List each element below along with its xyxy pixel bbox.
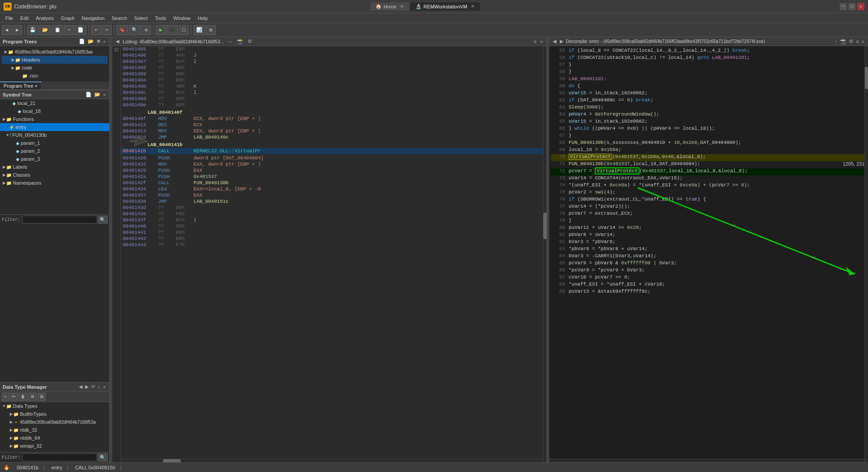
ptree-code[interactable]: ▶ 📁 code <box>2 64 108 72</box>
dtm-delete[interactable]: 🗑 <box>19 393 27 401</box>
tb-paste[interactable]: 📄 <box>75 25 86 35</box>
dtm-filter-btn[interactable]: 🔍 <box>98 453 108 461</box>
dtm-add[interactable]: + <box>2 393 9 401</box>
tb-save[interactable]: 💾 <box>27 25 39 35</box>
pt-close-btn[interactable]: × <box>102 39 107 44</box>
menu-help[interactable]: Help <box>194 15 211 22</box>
tb-forward[interactable]: ▶ <box>12 25 22 35</box>
menu-select[interactable]: Select <box>131 15 151 22</box>
st-close-btn[interactable]: × <box>102 92 107 97</box>
ptree-rsrc[interactable]: 📁 .rsrc <box>2 72 108 80</box>
dtm-settings[interactable]: ⚙ <box>28 393 37 401</box>
st-classes[interactable]: ▶ 📁 Classes <box>0 171 109 179</box>
st-param2[interactable]: ◆ param_2 <box>0 147 109 155</box>
symbol-tree-filter-input[interactable] <box>22 216 97 224</box>
st-labels[interactable]: ▶ 📁 Labels <box>0 163 109 171</box>
listing-menu[interactable]: ≡ <box>533 39 537 44</box>
pt-delete-btn[interactable]: ✖ <box>96 39 101 44</box>
listing-hscrollbar-thumb[interactable] <box>163 459 181 462</box>
listing-prev[interactable]: ◀ <box>115 39 120 44</box>
tab-program-tree[interactable]: Program Tree × <box>0 81 42 89</box>
decompile-content[interactable]: 55 if (local_8 == CONCAT22(local_14._6_2… <box>549 46 868 462</box>
tb-debug[interactable]: ⬛ <box>167 25 178 35</box>
ptree-headers[interactable]: ▶ 📁 Headers <box>2 56 108 64</box>
listing-sync[interactable]: ↔ <box>227 39 233 44</box>
dc-menu[interactable]: ≡ <box>855 39 860 44</box>
dc-scrollbar-thumb[interactable] <box>865 67 868 89</box>
menu-analysis[interactable]: Analysis <box>32 15 58 22</box>
close-button[interactable]: ✕ <box>857 3 864 10</box>
listing-snapshot[interactable]: 📸 <box>236 39 244 44</box>
tb-redo[interactable]: ↪ <box>102 25 112 35</box>
dc-prev[interactable]: ◀ <box>552 39 557 44</box>
listing-scrollbar[interactable] <box>543 46 546 462</box>
tb-open[interactable]: 📂 <box>39 25 51 35</box>
dtm-close[interactable]: × <box>102 384 107 390</box>
st-functions[interactable]: ▶ 📁 Functions <box>0 115 109 123</box>
dc-export[interactable]: ↑ <box>834 39 839 44</box>
tb-decompile[interactable]: ⚙ <box>141 25 151 35</box>
dc-scrollbar[interactable] <box>864 46 868 462</box>
tb-search[interactable]: 🔍 <box>129 25 140 35</box>
dc-hscrollbar[interactable] <box>549 459 864 462</box>
st-entry[interactable]: ⚡ entry <box>0 123 109 131</box>
tab-home[interactable]: 🏠 Home ✕ <box>370 2 409 11</box>
dtm-edit[interactable]: ✏ <box>10 393 18 401</box>
tb-undo[interactable]: ↩ <box>91 25 101 35</box>
menu-search[interactable]: Search <box>108 15 131 22</box>
tb-bookmark[interactable]: 🔖 <box>116 25 128 35</box>
listing-settings[interactable]: ⚙ <box>247 39 253 44</box>
tab-home-close[interactable]: ✕ <box>400 4 404 9</box>
dtm-expand[interactable]: ⊞ <box>38 393 46 401</box>
st-param1[interactable]: ◆ param_1 <box>0 139 109 147</box>
listing-scroll-area[interactable]: 00401405 ?? E8h 00401406 ?? 4Ah J 0 <box>121 46 546 462</box>
tb-back[interactable]: ◀ <box>2 25 12 35</box>
tb-layout[interactable]: ⊞ <box>206 25 216 35</box>
dc-next[interactable]: ▶ <box>559 39 564 44</box>
tb-step[interactable]: ⬡ <box>179 25 189 35</box>
symbol-tree-filter-btn[interactable]: 🔍 <box>98 216 108 224</box>
st-new-btn[interactable]: 📄 <box>85 92 93 97</box>
ptree-root[interactable]: ▶ 📁 45d89ec308ca69ab82df464b7166f53ae <box>2 48 108 56</box>
menu-navigation[interactable]: Navigation <box>78 15 108 22</box>
menu-tools[interactable]: Tools <box>151 15 170 22</box>
dtm-45d89ec[interactable]: ▶ 🔸 45d89ec308ca69ab82df464b7166f53a <box>0 418 109 426</box>
menu-graph[interactable]: Graph <box>58 15 78 22</box>
dtm-sort[interactable]: ↕ <box>97 384 101 390</box>
listing-close[interactable]: × <box>539 39 544 44</box>
minimize-button[interactable]: ─ <box>840 3 847 10</box>
st-local21[interactable]: ◆ local_21 <box>0 99 109 107</box>
dc-line-70[interactable]: 70 VirtualProtect(0x401537,0x1b9a,0x40,&… <box>551 154 866 161</box>
dtm-ntddk64[interactable]: ▶ 📁 ntddk_64 <box>0 434 109 442</box>
tb-cut[interactable]: ✂ <box>64 25 74 35</box>
st-namespaces[interactable]: ▶ 📁 Namespaces <box>0 179 109 187</box>
pt-open-btn[interactable]: 📂 <box>87 39 95 44</box>
dtm-winapi32[interactable]: ▶ 📁 winapi_32 <box>0 442 109 450</box>
dtm-ntdk32[interactable]: ▶ 📁 ntdk_32 <box>0 426 109 434</box>
listing-hscrollbar[interactable] <box>121 459 543 462</box>
maximize-button[interactable]: □ <box>849 3 856 10</box>
menu-window[interactable]: Window <box>170 15 194 22</box>
dtm-refresh[interactable]: ⟳ <box>90 384 96 390</box>
st-open-btn[interactable]: 📂 <box>93 92 101 97</box>
dtm-datatypes[interactable]: ▼ 📁 Data Types <box>0 402 109 410</box>
st-fun0040130b[interactable]: ▼ f FUN_0040130b <box>0 131 109 139</box>
dc-snapshot[interactable]: 📸 <box>839 39 847 44</box>
st-param3[interactable]: ◆ param_3 <box>0 155 109 163</box>
dtm-nav-fwd[interactable]: ▶ <box>84 384 89 390</box>
dtm-filter-input[interactable] <box>22 453 97 461</box>
menu-file[interactable]: File <box>2 15 17 22</box>
tb-view[interactable]: 📊 <box>194 25 205 35</box>
dc-close[interactable]: × <box>861 39 865 44</box>
dc-settings[interactable]: ⚙ <box>848 39 854 44</box>
tb-run[interactable]: ▶ <box>156 25 166 35</box>
tab-remworkstation-close[interactable]: ✕ <box>471 4 475 9</box>
table-row-call[interactable]: 0040141b CALL KERNEL32.DLL::VirtualPr <box>121 148 546 154</box>
st-local18[interactable]: ◆ local_18 <box>0 107 109 115</box>
dtm-nav-back[interactable]: ◀ <box>78 384 83 390</box>
listing-scrollbar-thumb[interactable] <box>543 213 546 239</box>
pt-new-btn[interactable]: 📄 <box>78 39 86 44</box>
tab-remworkstation[interactable]: 🔬 REMWorkstationVM ✕ <box>410 2 480 11</box>
menu-edit[interactable]: Edit <box>17 15 32 22</box>
tb-copy[interactable]: 📋 <box>52 25 63 35</box>
